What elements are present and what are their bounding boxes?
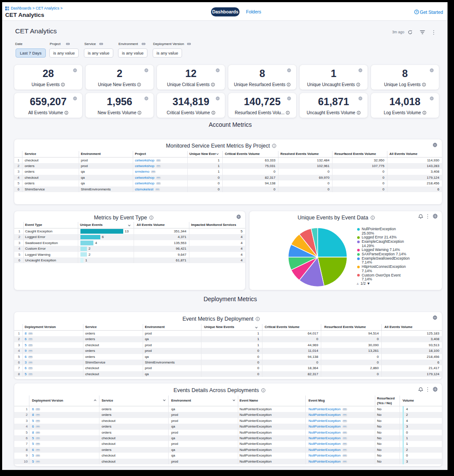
svg-text:?: ? <box>416 10 418 13</box>
